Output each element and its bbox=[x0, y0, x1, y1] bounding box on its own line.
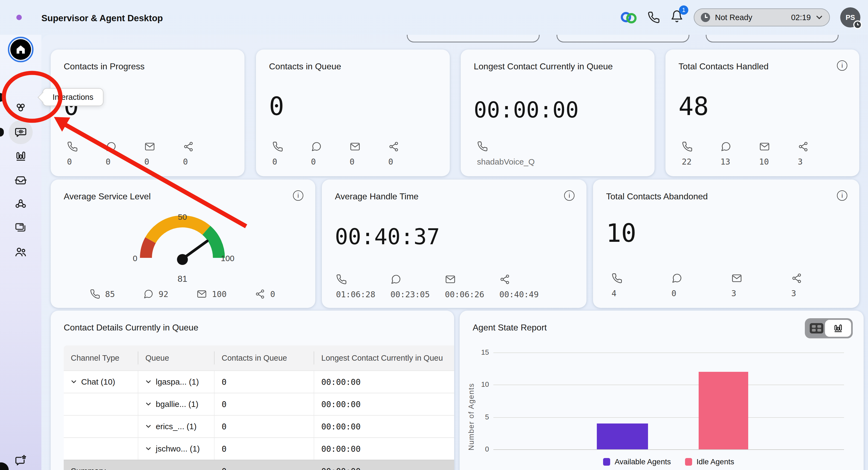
card-value: 00:40:37 bbox=[335, 224, 440, 249]
card-value: 10 bbox=[606, 219, 636, 248]
phone-icon bbox=[477, 141, 488, 152]
interactions-chat-voice-icon bbox=[14, 125, 28, 139]
info-icon[interactable]: i bbox=[564, 191, 575, 201]
card-title: Total Contacts Abandoned bbox=[606, 192, 708, 202]
app-title: Supervisor & Agent Desktop bbox=[41, 13, 163, 23]
social-icon bbox=[499, 274, 510, 285]
queue-info: shadabVoice_Q bbox=[477, 141, 535, 166]
phone-count: 0 bbox=[272, 157, 311, 166]
sidebar-item-queues[interactable] bbox=[0, 192, 41, 216]
sidebar-item-analytics[interactable] bbox=[0, 144, 41, 168]
channel-stats: 0 0 0 0 bbox=[272, 141, 427, 166]
sidebar-item-home[interactable] bbox=[0, 37, 41, 62]
table-row[interactable]: bgallie... (1) 0 00:00:00 bbox=[64, 393, 454, 415]
filter-dropdown-3[interactable] bbox=[706, 35, 839, 42]
legend-idle-agents[interactable]: Idle Agents bbox=[685, 458, 734, 466]
filter-dropdown-2[interactable] bbox=[557, 35, 689, 42]
summary-contacts: 0 bbox=[215, 460, 314, 470]
chat-count: 13 bbox=[720, 157, 759, 166]
chat-icon bbox=[391, 274, 401, 285]
phone-count: 4 bbox=[612, 289, 672, 298]
col-contacts-in-queue[interactable]: Contacts in Queue bbox=[215, 345, 314, 370]
agent-state-selector[interactable]: Not Ready 02:19 bbox=[694, 8, 830, 26]
social-icon bbox=[798, 141, 809, 152]
card-average-handle-time: Average Handle Time i 00:40:37 01:06:28 … bbox=[322, 179, 586, 308]
card-queue-details-table: Contact Details Currently in Queue Chann… bbox=[51, 311, 454, 470]
sidebar-item-inbox[interactable] bbox=[0, 168, 41, 192]
chat-time: 00:23:05 bbox=[391, 290, 445, 299]
card-total-contacts-abandoned: Total Contacts Abandoned i 10 4 0 3 3 bbox=[593, 179, 859, 308]
profile-avatar[interactable]: PS bbox=[840, 7, 860, 28]
chart-view-selected[interactable] bbox=[825, 320, 851, 337]
social-icon bbox=[183, 141, 194, 152]
chevron-down-icon[interactable] bbox=[71, 379, 77, 385]
email-count: 3 bbox=[731, 289, 791, 298]
sidebar-item-workspaces[interactable] bbox=[0, 216, 41, 240]
sidebar-item-teams[interactable] bbox=[0, 240, 41, 264]
feedback-star-icon bbox=[14, 454, 28, 468]
y-tick-5: 5 bbox=[475, 413, 489, 421]
filter-dropdown-1[interactable] bbox=[407, 35, 540, 42]
email-count: 0 bbox=[144, 157, 183, 166]
avatar-status-clock-icon bbox=[853, 21, 862, 29]
chevron-down-icon[interactable] bbox=[145, 379, 151, 385]
info-icon[interactable]: i bbox=[837, 191, 847, 201]
home-glyph-icon bbox=[15, 44, 26, 55]
chevron-down-icon bbox=[816, 14, 823, 21]
chevron-down-icon[interactable] bbox=[145, 424, 151, 430]
table-row[interactable]: jschwo... (1) 0 00:00:00 bbox=[64, 437, 454, 460]
card-average-service-level: Average Service Level i 50 0 100 81 85 9… bbox=[51, 179, 315, 308]
webex-app-icon[interactable] bbox=[621, 11, 637, 23]
chat-count: 0 bbox=[311, 157, 350, 166]
notifications-button[interactable]: 1 bbox=[670, 10, 683, 25]
interactions-tooltip: Interactions bbox=[42, 88, 103, 106]
card-contacts-in-progress: Contacts in Progress 0 0 0 0 0 bbox=[51, 49, 245, 176]
card-contacts-in-queue: Contacts in Queue 0 0 0 0 0 bbox=[256, 49, 450, 176]
phone-icon bbox=[272, 141, 283, 152]
view-toggle[interactable] bbox=[805, 318, 853, 338]
col-queue[interactable]: Queue bbox=[138, 345, 215, 370]
card-title: Contacts in Queue bbox=[269, 62, 341, 71]
chevron-down-icon[interactable] bbox=[145, 446, 151, 452]
info-icon[interactable]: i bbox=[293, 191, 303, 201]
queue-table: Channel Type Queue Contacts in Queue Lon… bbox=[64, 345, 454, 470]
notification-count-badge: 1 bbox=[679, 5, 688, 15]
grid-view-icon[interactable] bbox=[810, 323, 823, 333]
social-count: 0 bbox=[183, 157, 222, 166]
bar-available-agents[interactable] bbox=[597, 424, 648, 449]
table-row[interactable]: Chat (10) lgaspa... (1) 0 00:00:00 bbox=[64, 370, 454, 393]
bar-chart-plot bbox=[493, 352, 844, 449]
col-longest-contact[interactable]: Longest Contact Currently in Queu bbox=[314, 345, 454, 370]
queue-name: shadabVoice_Q bbox=[477, 157, 535, 166]
card-title: Average Service Level bbox=[64, 192, 151, 202]
social-icon bbox=[791, 273, 802, 284]
chat-icon bbox=[720, 141, 731, 152]
sidebar-item-interactions[interactable] bbox=[0, 120, 41, 144]
info-icon[interactable]: i bbox=[837, 60, 847, 71]
legend-available-agents[interactable]: Available Agents bbox=[603, 458, 671, 466]
home-icon bbox=[10, 39, 31, 60]
table-summary-row: Summary 0 00:00:00 bbox=[64, 460, 454, 470]
call-icon[interactable] bbox=[647, 11, 660, 24]
card-title: Average Handle Time bbox=[335, 192, 418, 202]
phone-icon bbox=[682, 141, 693, 152]
chat-count: 0 bbox=[106, 157, 144, 166]
chevron-down-icon[interactable] bbox=[145, 401, 151, 407]
bar-idle-agents[interactable] bbox=[699, 372, 748, 449]
social-count: 0 bbox=[388, 157, 427, 166]
sidebar-item-customer-journey[interactable] bbox=[0, 96, 41, 120]
card-agent-state-report: Agent State Report Number of Agents 15 1… bbox=[460, 311, 864, 470]
chat-icon bbox=[106, 141, 117, 152]
email-count: 0 bbox=[350, 157, 388, 166]
chat-count: 0 bbox=[672, 289, 731, 298]
phone-icon bbox=[336, 274, 347, 285]
channel-stats: 01:06:28 00:23:05 00:06:26 00:40:49 bbox=[336, 274, 554, 299]
social-icon bbox=[388, 141, 399, 152]
col-channel-type[interactable]: Channel Type bbox=[64, 345, 138, 370]
agent-state-timer: 02:19 bbox=[791, 13, 811, 22]
table-row[interactable]: erics_... (1) 0 00:00:00 bbox=[64, 415, 454, 437]
gridline bbox=[493, 384, 844, 385]
x-axis-line bbox=[493, 449, 844, 450]
phone-icon bbox=[67, 141, 78, 152]
y-tick-0: 0 bbox=[475, 445, 489, 454]
